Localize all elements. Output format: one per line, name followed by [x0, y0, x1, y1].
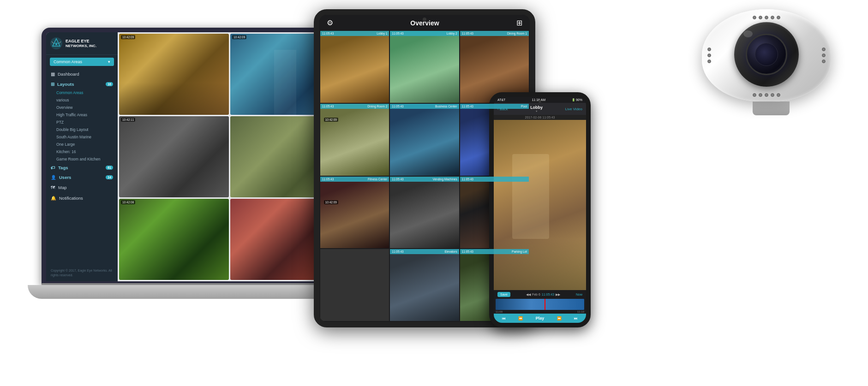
- tablet-cam-vending[interactable]: 11:05:43Vending Machines: [390, 177, 459, 249]
- tablet-cam-label-dining1: 11:05:43Dining Room 1: [460, 31, 529, 36]
- laptop-base: [28, 285, 360, 299]
- tablet-cam-label-vending: 11:05:43Vending Machines: [390, 177, 459, 182]
- cam-cell-1[interactable]: 10:42:09: [119, 34, 229, 115]
- ir-led-2: [759, 16, 762, 19]
- sidebar-subitem-various[interactable]: various: [46, 96, 118, 104]
- sidebar-subitem-high-traffic[interactable]: High Traffic Areas: [46, 111, 118, 119]
- sidebar-subitem-overview[interactable]: Overview: [46, 104, 118, 111]
- tags-icon: 🏷: [51, 165, 55, 170]
- timeline-end-label: 11:10: [577, 310, 584, 313]
- phone-now-link[interactable]: Now: [576, 293, 582, 296]
- svg-point-2: [55, 43, 57, 45]
- phone-screen: AT&T 11:18 AM 🔋 90% ‹ Back Lobby ▼ Live …: [494, 97, 586, 323]
- tablet-cam-dining2[interactable]: 11:05:43Dining Room 2: [320, 104, 389, 176]
- tablet-front-camera: [423, 18, 426, 21]
- tablet-cam-elevators[interactable]: 11:05:43Elevators: [390, 249, 459, 321]
- sidebar-subitem-one-large[interactable]: One Large: [46, 141, 118, 148]
- sidebar-subitem-double-big[interactable]: Double Big Layout: [46, 126, 118, 133]
- ir-led-6: [753, 93, 756, 97]
- camera-lens-highlight: [743, 30, 753, 37]
- sidebar-item-dashboard[interactable]: ▦ Dashboard: [46, 69, 118, 79]
- rewind-icon[interactable]: ◀◀: [526, 293, 531, 297]
- sidebar-subitem-common-areas[interactable]: Common Areas: [46, 89, 118, 96]
- sidebar-subitem-kitchen[interactable]: Kitchen: 16: [46, 148, 118, 155]
- tablet-cam-row4-empty[interactable]: [320, 249, 389, 321]
- phone-title: Lobby: [530, 105, 543, 110]
- forward-button[interactable]: ⏩: [557, 316, 562, 321]
- main-content: 10:42:09 10:42:09 10:42:11 10:42:09: [118, 32, 341, 281]
- tablet-settings-icon[interactable]: ⚙: [327, 18, 333, 27]
- phone-controls-bar: Save ◀◀ Feb 6 11:05:43 ▶▶ Now: [494, 290, 586, 299]
- sidebar-subitem-ptz[interactable]: PTZ: [46, 119, 118, 126]
- play-button[interactable]: Play: [536, 316, 545, 321]
- phone-battery: 🔋 90%: [572, 98, 582, 101]
- tablet-cam-label-lobby1: 11:05:43Lobby 1: [320, 31, 389, 36]
- phone-video-area[interactable]: [494, 120, 586, 290]
- phone-timestamp: 2017-02-06 11:05:43: [494, 115, 586, 120]
- map-icon: 🗺: [51, 185, 55, 190]
- tablet-cam-bizcenter[interactable]: 11:05:43Business Center: [390, 104, 459, 176]
- ir-led-13: [707, 59, 711, 63]
- tablet-cam-lobby2[interactable]: 11:05:43Lobby 2: [390, 31, 459, 103]
- sidebar: EAGLE EYE NETWORKS, INC. Common Areas ▾ …: [46, 32, 118, 281]
- layouts-icon: ⊞: [51, 82, 54, 87]
- tags-badge: 61: [106, 166, 113, 170]
- users-icon: 👤: [51, 175, 56, 180]
- phone-timeline[interactable]: [496, 299, 584, 310]
- ir-led-16: [822, 59, 826, 63]
- tablet-cam-label-parking: 11:05:43Parking Lot: [460, 249, 529, 254]
- phone-live-video-link[interactable]: Live Video: [565, 107, 582, 111]
- ir-led-12: [707, 53, 711, 57]
- camera-lens-ring: [734, 22, 799, 87]
- cam-timestamp-1: 10:42:09: [121, 35, 135, 39]
- sidebar-item-map[interactable]: 🗺 Map: [46, 182, 118, 193]
- phone-device: AT&T 11:18 AM 🔋 90% ‹ Back Lobby ▼ Live …: [489, 92, 591, 327]
- tablet-cam-label-lobby2: 11:05:43Lobby 2: [390, 31, 459, 36]
- phone-playback-controls: ⏮ ⏪ Play ⏩ ⏭: [494, 314, 586, 323]
- eagle-eye-logo-icon: [50, 37, 63, 50]
- sidebar-item-layouts[interactable]: ⊞ Layouts 16: [46, 79, 118, 89]
- tablet-cam-label-empty: 11:05:43: [460, 177, 529, 182]
- cam-cell-5[interactable]: 10:42:08: [119, 199, 229, 280]
- tablet-cam-lobby1[interactable]: 11:05:43Lobby 1: [320, 31, 389, 103]
- camera-mount: [753, 101, 790, 115]
- sidebar-item-tags[interactable]: 🏷 Tags 61: [46, 163, 118, 172]
- forward-icon[interactable]: ▶▶: [556, 293, 560, 297]
- cam-timestamp-2: 10:42:09: [232, 35, 246, 39]
- notifications-icon: 🔔: [51, 196, 56, 201]
- common-areas-dropdown[interactable]: Common Areas ▾: [50, 58, 114, 66]
- ir-led-7: [759, 93, 762, 97]
- sidebar-subitem-game-room[interactable]: Game Room and Kitchen: [46, 155, 118, 163]
- ir-led-3: [765, 16, 768, 19]
- cam-cell-3[interactable]: 10:42:11: [119, 116, 229, 197]
- phone-frame: AT&T 11:18 AM 🔋 90% ‹ Back Lobby ▼ Live …: [489, 92, 591, 327]
- ir-led-10: [777, 93, 780, 97]
- tablet-header: ⚙ Overview ⊞: [319, 15, 530, 30]
- ir-led-8: [765, 93, 768, 97]
- tablet-cam-label-bizcenter: 11:05:43Business Center: [390, 104, 459, 109]
- phone-timeline-fill: [496, 299, 584, 310]
- phone-timeline-labels: 11:00 11:10: [494, 310, 586, 314]
- laptop-device: EAGLE EYE NETWORKS, INC. Common Areas ▾ …: [28, 28, 360, 360]
- ir-led-5: [777, 16, 780, 19]
- sidebar-item-users[interactable]: 👤 Users 14: [46, 172, 118, 182]
- tablet-cam-fitness[interactable]: 11:05:43Fitness Center: [320, 177, 389, 249]
- ir-led-1: [753, 16, 756, 19]
- cam-timestamp-5: 10:42:08: [121, 200, 135, 204]
- ir-led-11: [707, 48, 711, 51]
- tablet-cam-label-fitness: 11:05:43Fitness Center: [320, 177, 389, 182]
- camera-grid: 10:42:09 10:42:09 10:42:11 10:42:09: [118, 32, 341, 281]
- tablet-cam-label-elevators: 11:05:43Elevators: [390, 249, 459, 254]
- tablet-grid-icon[interactable]: ⊞: [516, 18, 522, 27]
- rewind-button[interactable]: ⏪: [518, 316, 523, 321]
- phone-save-button[interactable]: Save: [497, 292, 510, 297]
- logo-text: EAGLE EYE NETWORKS, INC.: [66, 39, 96, 48]
- sidebar-item-notifications[interactable]: 🔔 Notifications: [46, 193, 118, 203]
- ir-led-9: [771, 93, 774, 97]
- phone-front-camera: [539, 100, 541, 103]
- ir-led-4: [771, 16, 774, 19]
- cam-timestamp-4: 10:42:09: [324, 118, 338, 122]
- skip-back-button[interactable]: ⏮: [502, 316, 506, 321]
- skip-forward-button[interactable]: ⏭: [574, 316, 578, 321]
- sidebar-subitem-south-austin[interactable]: South Austin Marine: [46, 133, 118, 141]
